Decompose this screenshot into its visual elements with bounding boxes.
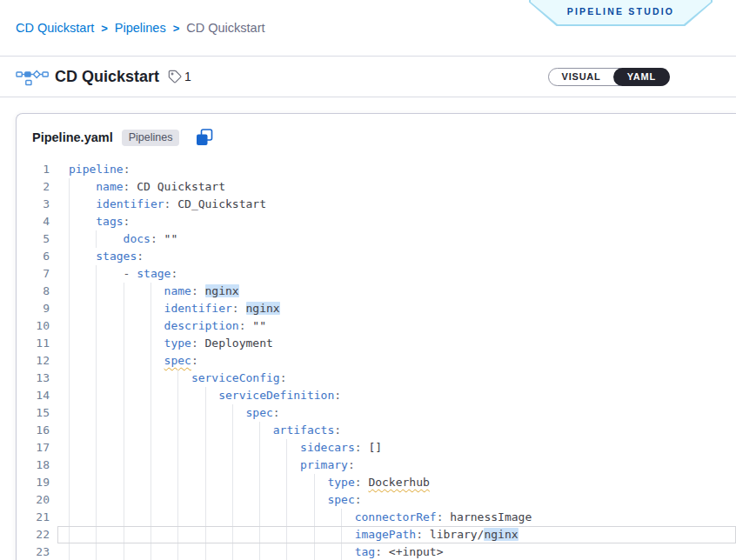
code-token: identifier	[164, 302, 232, 315]
pipeline-studio-banner-inner: PIPELINE STUDIO	[531, 0, 711, 24]
code-line[interactable]: 13serviceConfig:	[17, 370, 736, 387]
code-token: nginx	[484, 528, 518, 541]
indent-guides	[69, 352, 164, 370]
code-line-content: type: Deployment	[57, 335, 736, 352]
code-line[interactable]: 9identifier: nginx	[17, 300, 736, 317]
line-number: 23	[17, 543, 57, 560]
code-line-content: name: nginx	[57, 283, 736, 300]
code-token: imagePath	[355, 528, 416, 541]
code-token: :	[280, 371, 287, 384]
file-name: Pipeline.yaml	[32, 130, 113, 144]
code-line[interactable]: 15spec:	[17, 404, 736, 422]
code-line[interactable]: 18primary:	[17, 457, 736, 474]
code-token: type	[164, 337, 191, 350]
line-number: 1	[17, 161, 57, 178]
code-token: tag	[355, 545, 375, 558]
line-number: 15	[17, 404, 57, 422]
code-token: pipeline	[69, 163, 124, 176]
code-token: :	[437, 510, 451, 523]
code-token: Dockerhub	[368, 476, 429, 489]
visual-yaml-toggle: VISUAL YAML	[548, 68, 671, 86]
code-token: :	[334, 423, 341, 437]
code-line[interactable]: 2name: CD Quickstart	[17, 178, 736, 196]
code-token: description	[164, 319, 239, 332]
code-token: serviceConfig	[191, 371, 280, 384]
line-number: 5	[17, 230, 57, 248]
line-number: 9	[17, 300, 57, 317]
code-token: :	[416, 528, 430, 541]
code-line-content: docs: ""	[57, 230, 736, 248]
indent-guides	[69, 178, 96, 196]
indent-guides	[69, 230, 124, 248]
code-token: name	[164, 284, 191, 297]
line-number: 21	[17, 509, 57, 526]
breadcrumb-current: CD Quickstart	[186, 21, 264, 35]
tag-icon	[168, 70, 182, 83]
indent-guides	[69, 404, 245, 422]
code-line-content: name: CD Quickstart	[57, 178, 736, 196]
code-line-content: spec:	[57, 491, 736, 509]
code-token: harnessImage	[450, 510, 532, 523]
code-line[interactable]: 11type: Deployment	[17, 335, 736, 352]
code-token: tags	[96, 215, 123, 228]
indent-guides	[69, 317, 164, 335]
code-line[interactable]: 1pipeline:	[17, 161, 736, 178]
code-line-content: artifacts:	[57, 422, 736, 439]
breadcrumb-link[interactable]: Pipelines	[115, 21, 166, 35]
breadcrumb-separator: >	[101, 22, 108, 35]
code-line-content: identifier: CD_Quickstart	[57, 196, 736, 213]
code-token: :	[191, 337, 205, 350]
code-line[interactable]: 23tag: <+input>	[17, 543, 736, 560]
code-token: :	[334, 389, 341, 402]
line-number: 7	[17, 265, 57, 283]
line-number: 3	[17, 196, 57, 213]
yaml-code-editor: 1pipeline:2name: CD Quickstart3identifie…	[17, 161, 736, 560]
code-line[interactable]: 19type: Dockerhub	[17, 474, 736, 491]
code-line[interactable]: 20spec:	[17, 491, 736, 509]
code-line[interactable]: 7- stage:	[17, 265, 736, 283]
line-number: 11	[17, 335, 57, 352]
line-number: 19	[17, 474, 57, 491]
breadcrumb-separator: >	[173, 22, 180, 35]
line-number: 16	[17, 422, 57, 439]
code-line[interactable]: 8name: nginx	[17, 283, 736, 300]
code-line[interactable]: 14serviceDefinition:	[17, 387, 736, 404]
line-number: 20	[17, 491, 57, 509]
code-line[interactable]: 21connectorRef: harnessImage	[17, 509, 736, 526]
line-number: 12	[17, 352, 57, 370]
code-token: identifier	[96, 197, 164, 210]
toggle-visual-button[interactable]: VISUAL	[549, 69, 614, 85]
code-line[interactable]: 16artifacts:	[17, 422, 736, 439]
tag-count: 1	[184, 70, 191, 83]
code-token: CD Quickstart	[137, 180, 225, 193]
code-line[interactable]: 4tags:	[17, 213, 736, 230]
code-token: :	[273, 406, 280, 419]
line-number: 10	[17, 317, 57, 335]
line-number: 6	[17, 248, 57, 265]
code-line[interactable]: 5docs: ""	[17, 230, 736, 248]
code-token: :	[124, 180, 137, 193]
code-token: primary	[300, 458, 348, 471]
copy-icon	[195, 128, 214, 147]
code-line-content: - stage:	[57, 265, 736, 283]
code-token: nginx	[205, 284, 239, 297]
line-number: 8	[17, 283, 57, 300]
code-line[interactable]: 6stages:	[17, 248, 736, 265]
code-line-content: imagePath: library/nginx	[57, 526, 736, 543]
code-token: connectorRef	[355, 510, 437, 523]
code-line-content: pipeline:	[57, 161, 736, 178]
code-line[interactable]: 12spec:	[17, 352, 736, 370]
indent-guides	[69, 196, 96, 213]
code-token: serviceDefinition	[218, 389, 334, 402]
breadcrumb-link[interactable]: CD Quickstart	[16, 21, 94, 35]
code-token: :	[355, 476, 369, 489]
code-line[interactable]: 17sidecars: []	[17, 439, 736, 457]
code-token: type	[327, 476, 354, 489]
indent-guides	[69, 370, 191, 387]
toggle-yaml-button[interactable]: YAML	[613, 68, 670, 86]
code-line[interactable]: 22imagePath: library/nginx	[17, 526, 736, 543]
code-line[interactable]: 3identifier: CD_Quickstart	[17, 196, 736, 213]
code-line[interactable]: 10description: ""	[17, 317, 736, 335]
copy-button[interactable]	[195, 128, 214, 147]
code-token: :	[348, 458, 355, 471]
